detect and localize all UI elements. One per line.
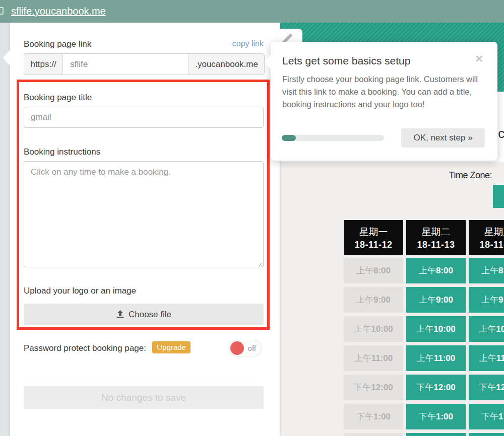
- time-slot: 上午10:00: [344, 316, 403, 342]
- upload-logo-label: Upload your logo or an image: [24, 286, 136, 296]
- booking-instructions-label: Booking instructions: [24, 147, 100, 157]
- time-slot[interactable]: 下午2:00: [406, 433, 466, 436]
- subdomain-input[interactable]: [63, 54, 188, 75]
- popover-title: Lets get some basics setup: [282, 55, 410, 67]
- booking-page-title-input[interactable]: [24, 107, 264, 128]
- time-slot[interactable]: 上午9:00: [406, 287, 466, 313]
- time-slot: 下午2:00: [344, 433, 403, 436]
- time-slot[interactable]: 上午10:00: [469, 316, 504, 342]
- time-slot[interactable]: 上午8:00: [469, 258, 504, 283]
- day-header: 星期二18-11-13: [406, 220, 466, 255]
- toggle-state-label: off: [248, 344, 256, 352]
- popover-arrow: [264, 55, 271, 69]
- time-slot[interactable]: 上午9:00: [469, 287, 504, 313]
- toggle-knob-icon: [230, 341, 244, 355]
- calendar-grid: 星期一18-11-12上午8:00上午9:00上午10:00上午11:00下午1…: [344, 220, 504, 436]
- domain-suffix: .youcanbook.me: [188, 54, 264, 75]
- time-slot[interactable]: 上午10:00: [406, 316, 466, 342]
- upgrade-badge[interactable]: Upgrade: [152, 341, 191, 353]
- time-slot: 上午9:00: [344, 287, 403, 313]
- timezone-select[interactable]: [493, 185, 504, 208]
- password-protect-label: Password protect booking page:: [24, 343, 146, 353]
- time-slot[interactable]: 下午12:00: [406, 375, 466, 400]
- time-slot: 上午8:00: [344, 258, 403, 283]
- upload-icon: [116, 310, 124, 319]
- booking-page-title-label: Booking page title: [24, 93, 92, 103]
- weekday-label: 星期一: [359, 226, 388, 239]
- day-header: 星期三18-11-14: [469, 220, 504, 255]
- booking-instructions-textarea[interactable]: [24, 161, 264, 267]
- choose-file-button[interactable]: Choose file: [24, 304, 264, 325]
- next-step-button[interactable]: OK, next step »: [401, 128, 485, 148]
- time-slot: 下午12:00: [344, 375, 403, 400]
- popover-body-text: Firstly choose your booking page link. C…: [282, 73, 485, 111]
- day-column: 星期三18-11-14上午8:00上午9:00上午10:00上午11:00下午1…: [469, 220, 504, 436]
- time-slot: 上午11:00: [344, 345, 403, 371]
- partial-icon: [0, 7, 4, 15]
- time-slot[interactable]: 下午2:00: [469, 433, 504, 436]
- day-header: 星期一18-11-12: [344, 220, 403, 255]
- time-slot[interactable]: 下午12:00: [469, 375, 504, 400]
- timezone-label: Time Zone:: [449, 170, 492, 181]
- settings-panel: Booking page link copy link https:// .yo…: [10, 23, 280, 436]
- password-protect-row: Password protect booking page: Upgrade o…: [24, 340, 265, 357]
- time-slot[interactable]: 下午1:00: [469, 404, 504, 429]
- protocol-prefix: https://: [24, 54, 63, 75]
- day-column: 星期二18-11-13上午8:00上午9:00上午10:00上午11:00下午1…: [406, 220, 466, 436]
- time-slot[interactable]: 上午11:00: [406, 345, 466, 371]
- close-icon[interactable]: ✕: [475, 53, 483, 65]
- weekday-label: 星期二: [422, 226, 451, 239]
- date-label: 18-11-14: [479, 240, 504, 250]
- panel-arrow: [3, 50, 10, 66]
- date-label: 18-11-13: [417, 240, 455, 250]
- booking-page-link-label: Booking page link: [24, 39, 91, 49]
- copy-link-button[interactable]: copy link: [232, 39, 264, 48]
- progress-bar: [282, 135, 384, 141]
- url-input-group: https:// .youcanbook.me: [24, 53, 265, 75]
- progress-fill: [282, 135, 296, 141]
- onboarding-popover: Lets get some basics setup ✕ Firstly cho…: [271, 42, 497, 161]
- top-bar: sflife.youcanbook.me: [0, 0, 504, 23]
- time-slot[interactable]: 下午1:00: [406, 404, 466, 429]
- booking-page-url-link[interactable]: sflife.youcanbook.me: [11, 0, 106, 23]
- time-slot[interactable]: 上午8:00: [406, 258, 466, 283]
- weekday-label: 星期三: [484, 226, 504, 239]
- day-column: 星期一18-11-12上午8:00上午9:00上午10:00上午11:00下午1…: [344, 220, 403, 436]
- choose-file-label: Choose file: [129, 310, 171, 320]
- save-button[interactable]: No changes to save: [24, 386, 264, 409]
- password-toggle[interactable]: off: [228, 340, 262, 356]
- date-label: 18-11-12: [354, 240, 392, 250]
- time-slot[interactable]: 上午11:00: [469, 345, 504, 371]
- time-slot: 下午1:00: [344, 404, 403, 429]
